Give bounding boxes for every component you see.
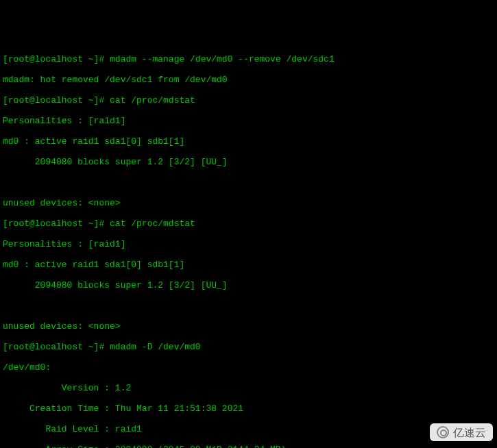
output-line: 2094080 blocks super 1.2 [3/2] [UU_] [3,280,494,290]
command: mdadm -D /dev/md0 [110,342,201,352]
watermark-text: 亿速云 [453,427,486,438]
prompt-line: [root@localhost ~]# mdadm -D /dev/md0 [3,342,494,352]
output-line: Raid Level : raid1 [3,424,494,434]
prompt: [root@localhost ~]# [3,54,104,64]
command: mdadm --manage /dev/md0 --remove /dev/sd… [110,54,335,64]
output-line: Personalities : [raid1] [3,116,494,126]
prompt-line: [root@localhost ~]# cat /proc/mdstat [3,95,494,105]
blank-line [3,301,494,311]
blank-line [3,177,494,188]
output-line: /dev/md0: [3,362,494,373]
command: cat /proc/mdstat [110,95,195,105]
output-line: Creation Time : Thu Mar 11 21:51:38 2021 [3,403,494,414]
output-line: unused devices: <none> [3,198,494,208]
prompt: [root@localhost ~]# [3,342,104,352]
output-line: md0 : active raid1 sda1[0] sdb1[1] [3,260,494,270]
output-line: Personalities : [raid1] [3,239,494,249]
logo-icon [437,426,449,438]
output-line: Version : 1.2 [3,383,494,393]
output-line: unused devices: <none> [3,321,494,332]
prompt-line: [root@localhost ~]# cat /proc/mdstat [3,219,494,229]
output-line: md0 : active raid1 sda1[0] sdb1[1] [3,136,494,147]
prompt: [root@localhost ~]# [3,219,104,229]
prompt-line: [root@localhost ~]# mdadm --manage /dev/… [3,54,494,64]
prompt: [root@localhost ~]# [3,95,104,105]
watermark-badge: 亿速云 [430,423,493,441]
output-line: Array Size : 2094080 (2045.00 MiB 2144.3… [3,445,494,448]
output-line: 2094080 blocks super 1.2 [3/2] [UU_] [3,157,494,167]
command: cat /proc/mdstat [110,219,195,229]
terminal-output: [root@localhost ~]# mdadm --manage /dev/… [3,44,494,448]
output-line: mdadm: hot removed /dev/sdc1 from /dev/m… [3,75,494,85]
